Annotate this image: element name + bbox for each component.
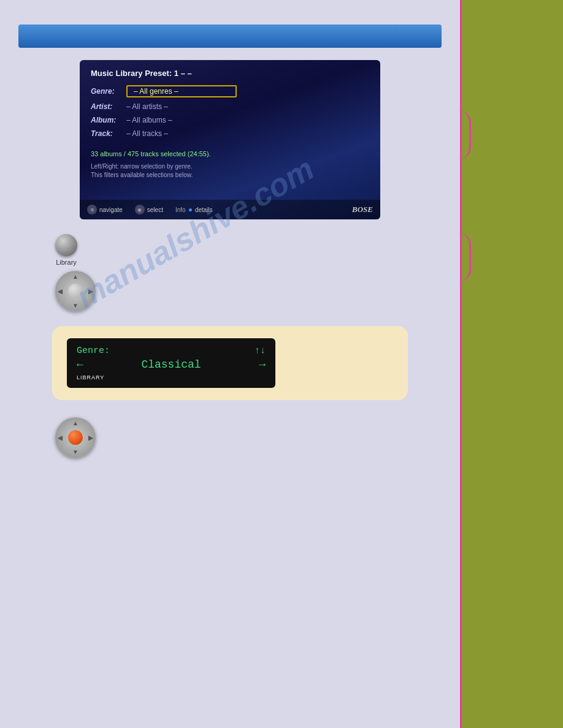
- lcd-screen: Genre: ↑↓ ← Classical → LIBRARY: [67, 338, 275, 388]
- tv-genre-label: Genre:: [91, 87, 126, 96]
- library-label: Library: [55, 259, 77, 266]
- details-label: details: [195, 207, 213, 213]
- tv-stats: 33 albums / 475 tracks selected (24:55).: [91, 150, 369, 157]
- lcd-label-bar: LIBRARY: [77, 374, 266, 381]
- navigate-icon: ⊕: [87, 205, 97, 214]
- lcd-line1: Genre: ↑↓: [77, 346, 266, 356]
- nav-wheel-1[interactable]: ◀ ▶ ▲ ▼: [55, 271, 96, 311]
- lcd-container: Genre: ↑↓ ← Classical → LIBRARY: [52, 326, 408, 400]
- sidebar-pink-line: [460, 0, 462, 728]
- library-ball[interactable]: [55, 234, 77, 256]
- info-dot: ●: [188, 205, 193, 214]
- main-content: Music Library Preset: 1 – – Genre: – All…: [0, 0, 460, 728]
- tv-instruction2: This filters available selections below.: [91, 171, 369, 180]
- nav-arrow-right-1[interactable]: ▶: [88, 288, 93, 295]
- header-bar: [18, 25, 442, 48]
- nav-wheel-outer-2[interactable]: ◀ ▶ ▲ ▼: [55, 417, 96, 458]
- nav-wheel-2[interactable]: ◀ ▶ ▲ ▼: [55, 417, 96, 458]
- tv-navigate-item: ⊕ navigate: [87, 205, 123, 214]
- tv-album-row: Album: – All albums –: [91, 116, 369, 124]
- select-label: select: [147, 207, 163, 213]
- nav-arrow-left-1[interactable]: ◀: [58, 288, 63, 295]
- info-text: Info: [175, 207, 186, 213]
- library-section: Library ◀ ▶ ▲ ▼: [55, 234, 460, 311]
- tv-select-item: ◉ select: [135, 205, 163, 214]
- right-sidebar: [460, 0, 563, 728]
- tv-track-row: Track: – All tracks –: [91, 129, 369, 138]
- tv-artist-label: Artist:: [91, 102, 126, 111]
- nav-wheel-outer-1[interactable]: ◀ ▶ ▲ ▼: [55, 271, 96, 311]
- nav-wheel-center-2[interactable]: [68, 430, 83, 445]
- nav-arrow-right-2[interactable]: ▶: [88, 434, 93, 441]
- nav-arrow-up-1[interactable]: ▲: [72, 273, 79, 280]
- tv-screen-container: Music Library Preset: 1 – – Genre: – All…: [80, 60, 380, 219]
- lcd-right-arrow: →: [259, 358, 266, 371]
- lcd-genre-label: Genre:: [77, 346, 110, 356]
- tv-genre-row: Genre: – All genres –: [91, 85, 369, 97]
- lcd-classical-value: Classical: [141, 358, 201, 371]
- tv-artist-value: – All artists –: [126, 102, 168, 111]
- tv-details-item: Info ● details: [175, 205, 213, 214]
- lcd-arrows: ↑↓: [255, 346, 266, 356]
- nav-wheel-2-container: ◀ ▶ ▲ ▼: [55, 417, 460, 458]
- sidebar-curve-top: [459, 110, 471, 159]
- navigate-label: navigate: [99, 207, 123, 213]
- nav-arrow-left-2[interactable]: ◀: [58, 434, 63, 441]
- tv-genre-value: – All genres –: [126, 85, 237, 97]
- tv-screen: Music Library Preset: 1 – – Genre: – All…: [80, 60, 380, 219]
- lcd-left-arrow: ←: [77, 358, 83, 371]
- tv-artist-row: Artist: – All artists –: [91, 102, 369, 111]
- select-icon: ◉: [135, 205, 145, 214]
- lcd-line2: ← Classical →: [77, 358, 266, 371]
- nav-arrow-up-2[interactable]: ▲: [72, 420, 79, 427]
- bose-logo: BOSE: [352, 205, 373, 214]
- tv-album-label: Album:: [91, 116, 126, 124]
- tv-instruction1: Left/Right: narrow selection by genre.: [91, 162, 369, 171]
- tv-screen-title: Music Library Preset: 1 – –: [91, 69, 369, 78]
- nav-wheel-center-1[interactable]: [68, 284, 83, 298]
- nav-arrow-down-1[interactable]: ▼: [72, 302, 79, 309]
- tv-track-value: – All tracks –: [126, 129, 168, 138]
- tv-bottom-bar: ⊕ navigate ◉ select Info ● details BOSE: [80, 200, 380, 219]
- tv-track-label: Track:: [91, 129, 126, 138]
- nav-arrow-down-2[interactable]: ▼: [72, 449, 79, 455]
- tv-album-value: – All albums –: [126, 116, 172, 124]
- sidebar-curve-middle: [459, 233, 471, 282]
